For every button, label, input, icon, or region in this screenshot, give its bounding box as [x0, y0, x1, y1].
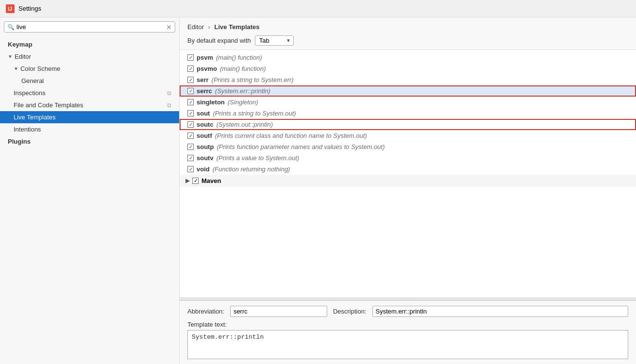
settings-window: IJ Settings 🔍 ✕ Keymap ▼ Edito	[0, 0, 636, 364]
sidebar-item-color-scheme[interactable]: ▼ Color Scheme	[0, 63, 179, 75]
desc-void: (Function returning nothing)	[213, 165, 290, 173]
desc-soutf: (Prints current class and function name …	[215, 132, 367, 139]
checkbox-soutv[interactable]	[187, 155, 194, 161]
expand-label: By default expand with	[187, 37, 251, 44]
breadcrumb-live-templates: Live Templates	[215, 23, 260, 31]
description-input[interactable]	[372, 306, 628, 317]
content-area: 🔍 ✕ Keymap ▼ Editor ▼ Color Scheme	[0, 17, 636, 364]
checkbox-psvm[interactable]	[187, 54, 194, 61]
template-item-sout[interactable]: sout (Prints a string to System.out)	[180, 108, 636, 119]
sidebar-item-editor[interactable]: ▼ Editor	[0, 50, 179, 63]
checkbox-serrc[interactable]	[187, 88, 194, 94]
abbrev-soutf: soutf	[197, 132, 212, 139]
search-input[interactable]	[17, 23, 164, 31]
desc-sout: (Prints a string to System.out)	[213, 110, 296, 117]
expand-select-wrapper[interactable]: Tab Enter Space ▼	[255, 35, 294, 46]
template-item-psvmo[interactable]: psvmo (main() function)	[180, 63, 636, 74]
abbrev-serrc: serrc	[197, 87, 212, 95]
desc-serr: (Prints a string to System.err)	[212, 76, 294, 83]
template-item-serrc[interactable]: serrc (System.err::println)	[180, 85, 636, 97]
templates-area: psvm (main() function) psvmo (main() fun…	[180, 50, 636, 298]
title-bar-text: Settings	[18, 5, 41, 12]
sidebar-item-plugins[interactable]: Plugins	[0, 135, 179, 148]
abbrev-sout: sout	[197, 110, 210, 117]
desc-soutp: (Prints function parameter names and val…	[217, 143, 385, 150]
color-scheme-arrow-icon: ▼	[14, 66, 18, 71]
abbrev-soutp: soutp	[197, 143, 214, 150]
expand-select[interactable]: Tab Enter Space	[255, 35, 294, 46]
desc-serrc: (System.err::println)	[215, 87, 270, 95]
copy-icon-2: ⧉	[167, 102, 171, 109]
abbreviation-input[interactable]	[230, 306, 327, 317]
abbrev-void: void	[197, 165, 210, 173]
abbrev-psvm: psvm	[197, 54, 213, 61]
editor-arrow-icon: ▼	[8, 54, 13, 59]
maven-group-header[interactable]: ▶ ✓ Maven	[180, 175, 636, 187]
abbrev-soutv: soutv	[197, 154, 214, 162]
sidebar-item-general[interactable]: General	[0, 75, 179, 87]
checkbox-void[interactable]	[187, 166, 194, 172]
sidebar-item-file-code-templates[interactable]: File and Code Templates ⧉	[0, 99, 179, 111]
desc-psvm: (main() function)	[216, 54, 262, 61]
form-row-abbrev: Abbreviation: Description:	[187, 306, 628, 317]
copy-icon: ⧉	[167, 90, 171, 97]
abbrev-serr: serr	[197, 76, 209, 83]
bottom-form: Abbreviation: Description: Template text…	[180, 300, 636, 364]
template-item-soutv[interactable]: soutv (Prints a value to System.out)	[180, 152, 636, 164]
sidebar-item-inspections[interactable]: Inspections ⧉	[0, 87, 179, 99]
main-header: Editor › Live Templates By default expan…	[180, 17, 636, 50]
template-item-serr[interactable]: serr (Prints a string to System.err)	[180, 74, 636, 85]
desc-soutc: (System.out::println)	[217, 121, 273, 128]
desc-singleton: (Singleton)	[228, 99, 258, 106]
description-label: Description:	[333, 308, 367, 315]
template-text-label: Template text:	[187, 321, 628, 328]
desc-psvmo: (main() function)	[220, 65, 266, 72]
template-item-soutp[interactable]: soutp (Prints function parameter names a…	[180, 141, 636, 152]
sidebar-item-keymap[interactable]: Keymap	[0, 38, 179, 50]
desc-soutv: (Prints a value to System.out)	[217, 154, 300, 162]
checkbox-soutf[interactable]	[187, 132, 194, 139]
breadcrumb: Editor › Live Templates	[187, 23, 628, 31]
abbrev-psvmo: psvmo	[197, 65, 217, 72]
sidebar-item-intentions[interactable]: Intentions	[0, 123, 179, 135]
checkbox-sout[interactable]	[187, 110, 194, 116]
abbrev-singleton: singleton	[197, 99, 225, 106]
maven-group-label: Maven	[201, 177, 221, 184]
main-panel: Editor › Live Templates By default expan…	[180, 17, 636, 364]
nav-list: Keymap ▼ Editor ▼ Color Scheme General	[0, 36, 179, 149]
breadcrumb-sep: ›	[208, 23, 210, 31]
clear-icon[interactable]: ✕	[166, 24, 172, 31]
template-item-void[interactable]: void (Function returning nothing)	[180, 164, 636, 175]
breadcrumb-editor: Editor	[187, 23, 204, 31]
maven-arrow-icon: ▶	[185, 178, 189, 184]
template-item-soutf[interactable]: soutf (Prints current class and function…	[180, 130, 636, 141]
template-item-singleton[interactable]: singleton (Singleton)	[180, 97, 636, 108]
sidebar-item-live-templates[interactable]: Live Templates	[0, 111, 179, 123]
checkbox-singleton[interactable]	[187, 99, 194, 105]
checkbox-soutp[interactable]	[187, 144, 194, 150]
svg-text:IJ: IJ	[8, 6, 12, 12]
template-text-area[interactable]: System.err::println	[187, 330, 628, 359]
checkbox-psvmo[interactable]	[187, 66, 194, 72]
abbrev-soutc: soutc	[197, 121, 214, 128]
template-item-psvm[interactable]: psvm (main() function)	[180, 52, 636, 63]
title-bar: IJ Settings	[0, 0, 636, 17]
checkbox-serr[interactable]	[187, 77, 194, 83]
search-icon: 🔍	[7, 24, 15, 31]
checkbox-soutc[interactable]	[187, 121, 194, 128]
checkbox-maven[interactable]: ✓	[192, 178, 199, 184]
expand-row: By default expand with Tab Enter Space ▼	[187, 35, 628, 46]
search-box[interactable]: 🔍 ✕	[4, 21, 175, 33]
app-icon: IJ	[6, 4, 15, 13]
abbreviation-label: Abbreviation:	[187, 308, 224, 315]
sidebar: 🔍 ✕ Keymap ▼ Editor ▼ Color Scheme	[0, 17, 180, 364]
template-item-soutc[interactable]: soutc (System.out::println)	[180, 119, 636, 130]
